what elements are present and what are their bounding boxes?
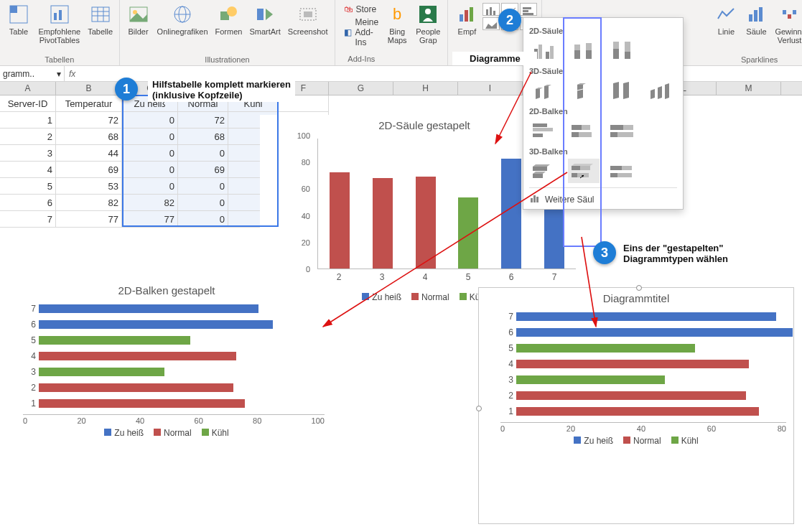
table-cell[interactable]: 82 — [56, 195, 122, 211]
table-cell[interactable]: 77 — [122, 211, 178, 228]
y-axis: 020406080100 — [289, 136, 313, 269]
legend-item-norm: Normal — [154, 428, 192, 438]
chart-type-area[interactable] — [482, 17, 500, 30]
svg-rect-27 — [523, 10, 528, 12]
bing-maps-button[interactable]: bBing Maps — [383, 1, 411, 65]
col-header[interactable]: A — [0, 82, 56, 95]
ribbon-group-label-addins: Add-Ins — [344, 53, 378, 65]
thumb-2d-column-stacked[interactable] — [568, 38, 600, 62]
svg-rect-73 — [533, 195, 536, 202]
col-header[interactable]: G — [329, 82, 393, 95]
legend-item-hot: Zu heiß — [574, 436, 613, 446]
svg-rect-35 — [759, 7, 763, 22]
table-cell[interactable]: 0 — [178, 211, 228, 228]
svg-rect-41 — [546, 52, 549, 59]
menu-section-3d-bar: 3D-Balken — [529, 147, 677, 156]
more-column-charts[interactable]: Weitere Säul — [529, 187, 677, 206]
pictures-button[interactable]: Bilder — [124, 1, 153, 37]
shapes-icon — [217, 3, 240, 26]
chart-type-bar[interactable] — [520, 3, 537, 16]
chart-type-column[interactable] — [482, 3, 500, 16]
ribbon-group-illustrations: Bilder Onlinegrafiken Formen SmartArt Sc… — [120, 0, 336, 65]
col-header[interactable]: H — [393, 82, 458, 95]
table-cell[interactable]: 0 — [178, 195, 228, 211]
store-button[interactable]: 🛍Store — [344, 4, 378, 14]
table-cell[interactable]: 7 — [0, 211, 56, 228]
thumb-3d-column-stacked[interactable] — [568, 78, 600, 103]
svg-rect-44 — [574, 50, 580, 59]
thumb-3d-bar-100stacked[interactable] — [607, 159, 638, 183]
svg-rect-71 — [617, 173, 632, 177]
svg-rect-23 — [486, 9, 488, 15]
chart-2d-bar-stacked-left[interactable]: 2D-Balken gestapelt 7654321 020406080100… — [1, 280, 332, 488]
table-cell[interactable]: Server-ID — [0, 95, 56, 112]
table-cell[interactable]: 44 — [56, 145, 122, 162]
table-cell[interactable]: 69 — [56, 162, 122, 178]
plot-area: 7654321 — [479, 306, 793, 422]
table-cell[interactable]: 77 — [56, 211, 122, 228]
table-cell[interactable]: 53 — [56, 178, 122, 195]
sparkline-winloss-button[interactable]: Gewinn/ Verlust — [772, 1, 802, 46]
recommended-charts-button[interactable]: Empf — [452, 1, 481, 37]
table-cell[interactable]: 68 — [56, 129, 122, 145]
table-cell[interactable]: 68 — [178, 129, 228, 145]
thumb-3d-bar-stacked[interactable] — [568, 159, 600, 183]
bing-maps-icon: b — [386, 3, 409, 26]
chart-2d-bar-stacked-right[interactable]: Diagrammtitel 7654321 020406080 Zu heiß … — [478, 287, 794, 524]
thumb-2d-bar-stacked[interactable] — [568, 118, 600, 143]
table-cell[interactable]: 2 — [0, 129, 56, 145]
sparkline-column-button[interactable]: Säule — [742, 1, 770, 46]
col-header[interactable]: I — [458, 82, 523, 95]
screenshot-button[interactable]: Screenshot — [285, 1, 331, 37]
table-cell[interactable]: 72 — [178, 112, 228, 129]
pivot-table-button[interactable]: Table — [4, 1, 33, 46]
ribbon-group-sparklines: Linie Säule Gewinn/ Verlust Sparklines — [707, 0, 802, 65]
table-cell[interactable]: 72 — [56, 112, 122, 129]
thumb-3d-column-100stacked[interactable] — [607, 78, 638, 103]
table-cell[interactable]: 69 — [178, 162, 228, 178]
col-header[interactable]: B — [56, 82, 122, 95]
table-cell[interactable]: 0 — [122, 129, 178, 145]
thumb-3d-column-clustered[interactable] — [529, 78, 561, 103]
col-header[interactable] — [781, 82, 802, 95]
table-cell[interactable]: 0 — [122, 145, 178, 162]
chart-legend: Zu heiß Normal Kühl — [479, 433, 793, 450]
svg-rect-3 — [92, 7, 109, 22]
table-cell[interactable]: 5 — [0, 178, 56, 195]
ribbon-group-addins: 🛍Store ◧Meine Add-Ins Add-Ins bBing Maps… — [335, 0, 448, 65]
table-cell[interactable]: 0 — [178, 145, 228, 162]
recommended-pivot-button[interactable]: Empfohlene PivotTables — [34, 1, 85, 46]
thumb-2d-column-100stacked[interactable] — [607, 38, 638, 62]
col-header[interactable]: M — [717, 82, 781, 95]
thumb-2d-bar-clustered[interactable] — [529, 118, 561, 143]
svg-rect-46 — [586, 50, 592, 59]
name-box[interactable]: gramm..▾ — [0, 66, 65, 81]
sparkline-line-button[interactable]: Linie — [712, 1, 740, 46]
my-addins-button[interactable]: ◧Meine Add-Ins — [344, 17, 378, 47]
table-cell[interactable]: 0 — [178, 178, 228, 195]
shapes-button[interactable]: Formen — [213, 1, 246, 37]
people-graph-button[interactable]: People Grap — [413, 1, 443, 65]
table-cell[interactable]: 0 — [122, 162, 178, 178]
table-cell[interactable]: 82 — [122, 195, 178, 211]
svg-rect-69 — [622, 166, 632, 170]
smartart-button[interactable]: SmartArt — [246, 1, 283, 37]
online-pictures-button[interactable]: Onlinegrafiken — [154, 1, 211, 37]
table-cell[interactable]: 0 — [122, 178, 178, 195]
table-cell[interactable]: 1 — [0, 112, 56, 129]
table-cell[interactable]: 0 — [122, 112, 178, 129]
table-button[interactable]: Tabelle — [86, 1, 115, 46]
resize-handle[interactable] — [636, 285, 642, 291]
thumb-3d-bar-clustered[interactable] — [529, 159, 561, 183]
table-cell[interactable]: 4 — [0, 162, 56, 178]
svg-rect-65 — [580, 166, 590, 170]
ribbon-group-tables: Table Empfohlene PivotTables Tabelle Tab… — [0, 0, 120, 65]
svg-point-14 — [227, 6, 237, 17]
table-cell[interactable]: Temperatur — [56, 95, 122, 112]
chevron-down-icon: ▾ — [57, 69, 61, 79]
table-cell[interactable]: 3 — [0, 145, 56, 162]
table-cell[interactable]: 6 — [0, 195, 56, 211]
thumb-3d-column[interactable] — [645, 78, 677, 103]
resize-handle[interactable] — [476, 406, 482, 411]
thumb-2d-bar-100stacked[interactable] — [607, 118, 638, 143]
